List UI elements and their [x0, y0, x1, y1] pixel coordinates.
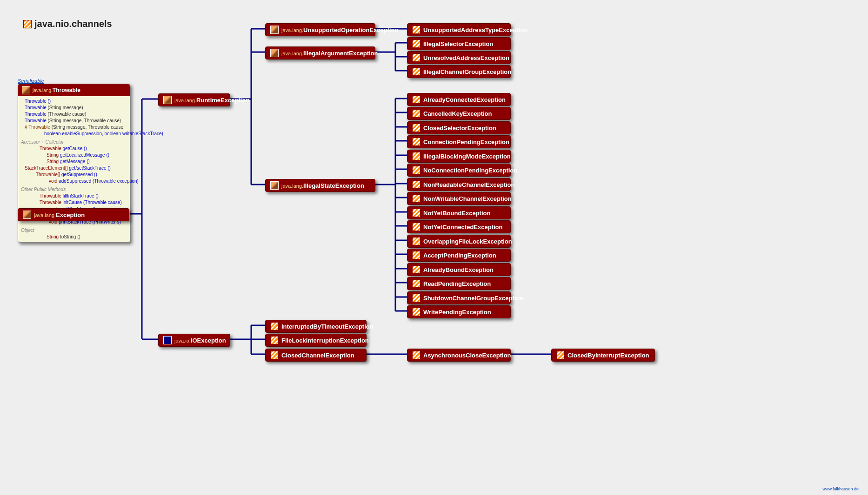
- java-class-icon: [163, 96, 172, 104]
- java-class-icon: [270, 181, 279, 190]
- nio-class-icon: [412, 26, 421, 34]
- ioexception-node[interactable]: java.io.IOException: [158, 334, 230, 347]
- overlapping-file-lock-exception-node[interactable]: OverlappingFileLockException: [407, 235, 511, 248]
- nio-class-icon: [270, 322, 279, 330]
- nio-class-icon: [412, 53, 421, 62]
- shutdown-channel-group-exception-node[interactable]: ShutdownChannelGroupException: [407, 291, 511, 304]
- already-bound-exception-node[interactable]: AlreadyBoundException: [407, 263, 511, 276]
- connection-pending-exception-node[interactable]: ConnectionPendingException: [407, 135, 511, 148]
- serializable-interface-label[interactable]: Serializable: [18, 78, 44, 84]
- cancelled-key-exception-node[interactable]: CancelledKeyException: [407, 107, 511, 120]
- exception-node[interactable]: java.lang.Exception: [18, 208, 129, 221]
- nio-class-icon: [412, 180, 421, 189]
- closed-channel-exception-node[interactable]: ClosedChannelException: [265, 349, 367, 362]
- closed-by-interrupt-exception-node[interactable]: ClosedByInterruptException: [551, 349, 655, 362]
- io-class-icon: [163, 336, 172, 344]
- illegal-channel-group-exception-node[interactable]: IllegalChannelGroupException: [407, 65, 511, 78]
- nio-class-icon: [412, 308, 421, 316]
- nio-class-icon: [556, 351, 565, 359]
- nio-class-icon: [270, 351, 279, 359]
- nio-class-icon: [412, 152, 421, 160]
- interrupted-by-timeout-exception-node[interactable]: InterruptedByTimeoutException: [265, 320, 367, 333]
- closed-selector-exception-node[interactable]: ClosedSelectorException: [407, 121, 511, 134]
- java-class-icon: [270, 49, 279, 57]
- nio-package-icon: [23, 20, 32, 28]
- source-link[interactable]: www.falkhausen.de: [822, 487, 859, 491]
- nio-class-icon: [412, 124, 421, 132]
- nio-class-icon: [412, 95, 421, 104]
- unresolved-address-exception-node[interactable]: UnresolvedAddressException: [407, 51, 511, 64]
- unsupported-address-type-exception-node[interactable]: UnsupportedAddressTypeException: [407, 23, 511, 36]
- illegal-blocking-mode-exception-node[interactable]: IllegalBlockingModeException: [407, 150, 511, 163]
- nio-class-icon: [412, 67, 421, 76]
- nio-class-icon: [412, 265, 421, 274]
- nio-class-icon: [412, 109, 421, 118]
- not-yet-connected-exception-node[interactable]: NotYetConnectedException: [407, 220, 511, 233]
- unsupported-operation-exception-node[interactable]: java.lang.UnsupportedOperationException: [265, 23, 375, 36]
- nio-class-icon: [412, 166, 421, 174]
- asynchronous-close-exception-node[interactable]: AsynchronousCloseException: [407, 349, 511, 362]
- read-pending-exception-node[interactable]: ReadPendingException: [407, 277, 511, 290]
- file-lock-interruption-exception-node[interactable]: FileLockInterruptionException: [265, 334, 367, 347]
- page-title: java.nio.channels: [23, 19, 112, 29]
- accept-pending-exception-node[interactable]: AcceptPendingException: [407, 249, 511, 262]
- java-class-icon: [22, 86, 30, 94]
- no-connection-pending-exception-node[interactable]: NoConnectionPendingException: [407, 164, 511, 177]
- nio-class-icon: [412, 294, 421, 302]
- illegal-selector-exception-node[interactable]: IllegalSelectorException: [407, 37, 511, 50]
- title-text: java.nio.channels: [34, 19, 112, 29]
- nio-class-icon: [412, 223, 421, 231]
- non-readable-channel-exception-node[interactable]: NonReadableChannelException: [407, 178, 511, 191]
- nio-class-icon: [412, 351, 421, 359]
- nio-class-icon: [412, 279, 421, 288]
- nio-class-icon: [412, 237, 421, 245]
- nio-class-icon: [412, 40, 421, 48]
- illegal-argument-exception-node[interactable]: java.lang.IllegalArgumentException: [265, 46, 375, 59]
- not-yet-bound-exception-node[interactable]: NotYetBoundException: [407, 206, 511, 219]
- already-connected-exception-node[interactable]: AlreadyConnectedException: [407, 93, 511, 106]
- nio-class-icon: [412, 138, 421, 146]
- nio-class-icon: [270, 336, 279, 344]
- java-class-icon: [23, 211, 31, 219]
- non-writable-channel-exception-node[interactable]: NonWritableChannelException: [407, 192, 511, 205]
- java-class-icon: [270, 26, 279, 34]
- throwable-header: java.lang.Throwable: [18, 84, 130, 96]
- illegal-state-exception-node[interactable]: java.lang.IllegalStateException: [265, 179, 375, 192]
- write-pending-exception-node[interactable]: WritePendingException: [407, 305, 511, 318]
- nio-class-icon: [412, 194, 421, 203]
- runtimeexception-node[interactable]: java.lang.RuntimeException: [158, 93, 230, 106]
- nio-class-icon: [412, 251, 421, 259]
- nio-class-icon: [412, 209, 421, 217]
